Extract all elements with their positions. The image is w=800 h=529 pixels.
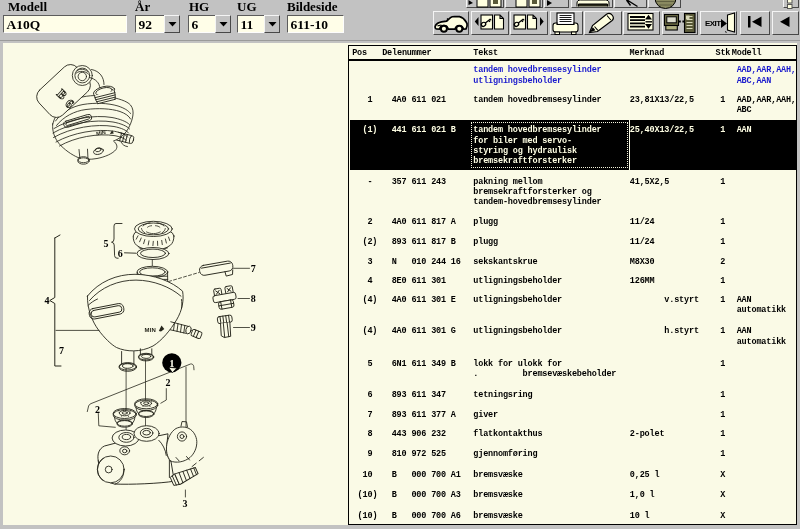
svg-text:EXIT: EXIT xyxy=(705,19,721,28)
svg-text:6: 6 xyxy=(118,248,123,259)
svg-text:4: 4 xyxy=(45,295,50,306)
svg-text:3: 3 xyxy=(183,498,188,509)
svg-text:5: 5 xyxy=(104,238,109,249)
svg-text:7: 7 xyxy=(251,263,256,274)
svg-text:2: 2 xyxy=(95,404,100,415)
svg-text:9: 9 xyxy=(251,322,256,333)
svg-text:8: 8 xyxy=(251,293,256,304)
svg-text:2: 2 xyxy=(166,377,171,388)
svg-text:MIN: MIN xyxy=(145,327,157,333)
svg-text:7: 7 xyxy=(59,345,64,356)
